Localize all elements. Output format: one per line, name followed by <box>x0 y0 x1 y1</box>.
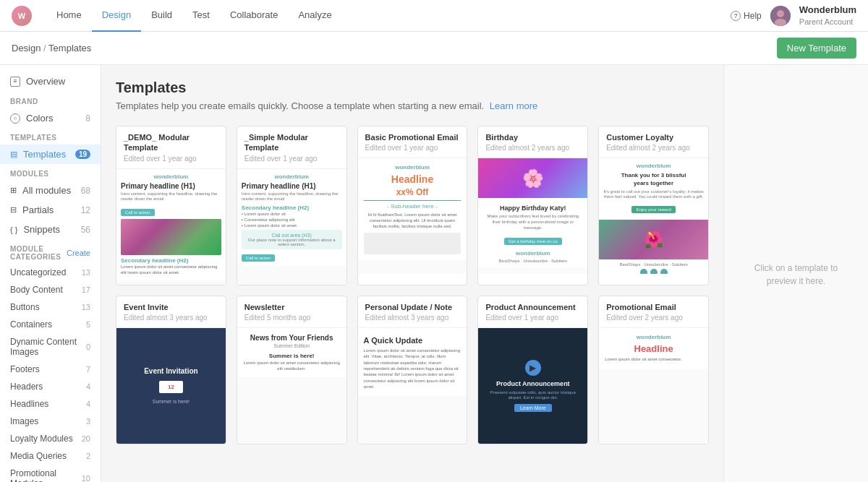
template-card-date: Edited almost 2 years ago <box>606 144 701 152</box>
template-card-name: Personal Update / Note <box>365 302 460 312</box>
module-categories-header: MODULE CATEGORIES Create <box>0 239 101 264</box>
colors-count: 8 <box>85 113 90 124</box>
template-preview: 🌸 Happy Birthday Katy! Make your subscri… <box>478 158 587 274</box>
template-card-name: Customer Loyalty <box>606 132 701 142</box>
template-card[interactable]: _Simple Modular Template Edited over 1 y… <box>237 126 347 285</box>
svg-point-2 <box>775 19 786 26</box>
breadcrumb-parent[interactable]: Design <box>12 43 41 53</box>
breadcrumb-bar: Design / Templates New Template <box>0 32 868 65</box>
template-card-date: Edited almost 3 years ago <box>365 314 460 322</box>
sidebar-item-category[interactable]: Footers7 <box>0 361 101 378</box>
sidebar-item-category[interactable]: Headlines4 <box>0 395 101 413</box>
sidebar-item-category[interactable]: Uncategorized13 <box>0 264 101 281</box>
sidebar-item-category[interactable]: Promotional Modules10 <box>0 465 101 482</box>
template-card-date: Edited almost 3 years ago <box>124 314 218 322</box>
template-card-date: Edited 5 months ago <box>244 314 339 322</box>
template-preview: News from Your Friends Summer Edition Su… <box>237 328 346 444</box>
template-card-name: Birthday <box>485 132 580 142</box>
sidebar-item-templates[interactable]: ▤ Templates 19 <box>0 145 101 164</box>
sidebar: ≡ Overview BRAND ○ Colors 8 TEMPLATES ▤ … <box>0 65 101 482</box>
create-link[interactable]: Create <box>67 249 90 257</box>
sidebar-item-all-modules[interactable]: ⊞ All modules 68 <box>0 181 101 200</box>
sidebar-item-category[interactable]: Body Content17 <box>0 281 101 298</box>
template-card-date: Edited over 1 year ago <box>244 155 339 163</box>
nav-items: Home Design Build Test Collaborate Analy… <box>46 0 716 32</box>
sidebar-item-snippets[interactable]: { } Snippets 56 <box>0 220 101 239</box>
template-preview: wonderblum Headline xx% Off - Sub-header… <box>358 158 467 274</box>
main-layout: ≡ Overview BRAND ○ Colors 8 TEMPLATES ▤ … <box>0 65 868 482</box>
sidebar-item-category[interactable]: Buttons13 <box>0 298 101 316</box>
user-name: Wonderblum <box>799 4 856 17</box>
brand-section-label: BRAND <box>0 92 101 108</box>
template-card-name: Newsletter <box>244 302 339 312</box>
template-preview: wonderblum Primary headline (H1) Intro c… <box>237 169 346 285</box>
template-card-meta: Product Announcement Edited over 1 year … <box>478 296 587 328</box>
nav-test[interactable]: Test <box>182 0 220 32</box>
sidebar-item-colors[interactable]: ○ Colors 8 <box>0 108 101 128</box>
sidebar-item-category[interactable]: Media Queries2 <box>0 447 101 465</box>
breadcrumb-current: Templates <box>48 43 91 53</box>
nav-design[interactable]: Design <box>92 0 141 32</box>
new-template-button[interactable]: New Template <box>777 38 856 59</box>
template-card[interactable]: Newsletter Edited 5 months ago News from… <box>237 296 347 444</box>
learn-more-link[interactable]: Learn more <box>490 100 537 111</box>
template-card-meta: Customer Loyalty Edited almost 2 years a… <box>599 126 708 158</box>
template-card-name: Basic Promotional Email <box>365 132 460 142</box>
template-preview: Event Invitation 12 Summer is here! <box>116 328 226 444</box>
top-nav: W Home Design Build Test Collaborate Ana… <box>0 0 868 32</box>
nav-right: ? Help Wonderblum Parent Account <box>731 4 856 27</box>
template-card-date: Edited over 1 year ago <box>124 155 218 163</box>
sidebar-item-category[interactable]: Containers5 <box>0 316 101 333</box>
template-card[interactable]: Personal Update / Note Edited almost 3 y… <box>357 296 468 444</box>
template-card-meta: Newsletter Edited 5 months ago <box>237 296 346 328</box>
user-account: Parent Account <box>799 17 856 27</box>
template-preview: A Quick Update Lorem ipsum dolor sit ame… <box>358 328 467 444</box>
template-card-name: _DEMO_ Modular Template <box>124 132 218 153</box>
overview-icon: ≡ <box>10 77 20 87</box>
template-preview: wonderblum Primary headline (H1) Intro c… <box>116 169 226 285</box>
template-preview: ▶ Product Announcement Praesent vulputat… <box>478 328 587 444</box>
template-card[interactable]: Basic Promotional Email Edited over 1 ye… <box>357 126 468 285</box>
template-preview: wonderblum Headline Lorem ipsum dolor si… <box>599 328 708 444</box>
template-card-date: Edited over 1 year ago <box>365 144 460 152</box>
template-card[interactable]: Customer Loyalty Edited almost 2 years a… <box>598 126 709 285</box>
sidebar-item-overview[interactable]: ≡ Overview <box>0 71 101 92</box>
all-modules-icon: ⊞ <box>10 186 17 195</box>
template-card-date: Edited over 2 years ago <box>606 314 701 322</box>
nav-collaborate[interactable]: Collaborate <box>220 0 289 32</box>
sidebar-item-category[interactable]: Loyalty Modules20 <box>0 430 101 447</box>
template-card-meta: Personal Update / Note Edited almost 3 y… <box>358 296 467 328</box>
template-card[interactable]: Birthday Edited almost 2 years ago 🌸 Hap… <box>477 126 588 285</box>
modules-section-label: MODULES <box>0 164 101 181</box>
template-card[interactable]: _DEMO_ Modular Template Edited over 1 ye… <box>116 126 226 285</box>
template-preview: wonderblum Thank you for 3 blissfulyears… <box>599 158 708 274</box>
page-description: Templates help you create emails quickly… <box>116 100 709 111</box>
template-card-date: Edited over 1 year ago <box>485 314 580 322</box>
template-card-name: _Simple Modular Template <box>244 132 339 153</box>
nav-home[interactable]: Home <box>46 0 92 32</box>
template-card-name: Product Announcement <box>485 302 580 312</box>
right-preview-panel: Click on a template to preview it here. <box>723 65 868 482</box>
template-card-name: Event Invite <box>124 302 218 312</box>
nav-build[interactable]: Build <box>141 0 182 32</box>
nav-analyze[interactable]: Analyze <box>288 0 341 32</box>
template-card[interactable]: Event Invite Edited almost 3 years ago E… <box>116 296 226 444</box>
sidebar-item-category[interactable]: Dynamic Content Images0 <box>0 333 101 361</box>
template-card-meta: Promotional Email Edited over 2 years ag… <box>599 296 708 328</box>
templates-section-label: TEMPLATES <box>0 128 101 145</box>
sidebar-item-category[interactable]: Images3 <box>0 413 101 430</box>
template-card-meta: Event Invite Edited almost 3 years ago <box>116 296 226 328</box>
template-card-meta: _DEMO_ Modular Template Edited over 1 ye… <box>116 126 226 169</box>
help-button[interactable]: ? Help <box>731 11 762 21</box>
breadcrumb: Design / Templates <box>12 43 91 53</box>
svg-point-1 <box>777 10 784 17</box>
sidebar-item-category[interactable]: Headers4 <box>0 378 101 395</box>
template-card[interactable]: Promotional Email Edited over 2 years ag… <box>598 296 709 444</box>
user-info: Wonderblum Parent Account <box>799 4 856 27</box>
sidebar-item-partials[interactable]: ⊟ Partials 12 <box>0 200 101 220</box>
colors-icon: ○ <box>10 113 20 124</box>
template-card[interactable]: Product Announcement Edited over 1 year … <box>477 296 588 444</box>
module-categories-label: MODULE CATEGORIES <box>10 245 67 261</box>
page-title: Templates <box>116 79 709 96</box>
template-card-meta: Birthday Edited almost 2 years ago <box>478 126 587 158</box>
